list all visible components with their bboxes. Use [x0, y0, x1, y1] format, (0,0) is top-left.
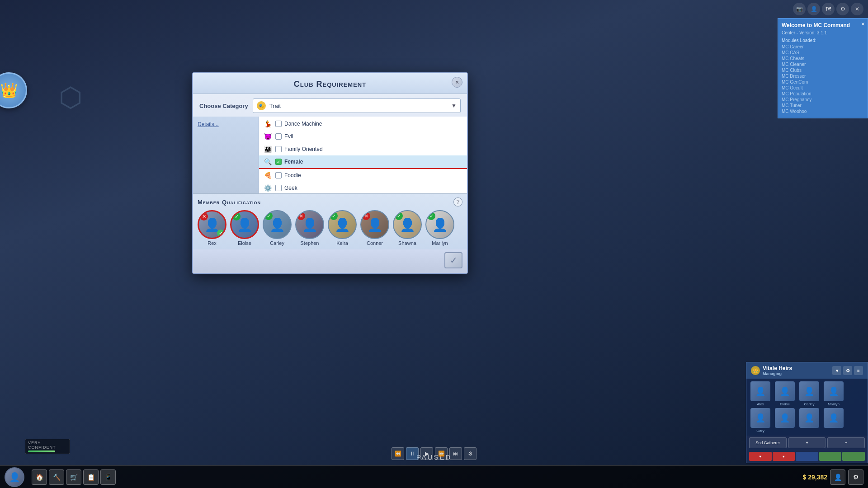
vitale-add-button-1[interactable]: +: [788, 437, 826, 448]
speed-button[interactable]: ⏭: [449, 447, 462, 460]
member-stephen-name: Stephen: [301, 240, 319, 246]
vitale-avatar-3[interactable]: 👤 Carley: [798, 381, 821, 406]
vitale-avatar-1-name: Alex: [757, 402, 764, 406]
vitale-avatar-6[interactable]: 👤: [774, 408, 796, 433]
mc-module-cleaner[interactable]: MC Cleaner: [782, 61, 864, 67]
bottom-sim-icon[interactable]: 👤: [830, 469, 845, 485]
vitale-avatar-2[interactable]: 👤 Eloise: [774, 381, 796, 406]
player-avatar[interactable]: 👤: [5, 467, 24, 487]
trait-dance-machine-icon: 💃: [263, 119, 273, 129]
vitale-header: 👑 Vitale Heirs Managing ▾ ⚙ ≡: [746, 362, 868, 379]
member-avatar-rex[interactable]: 👤 ✕ ✓ Rex: [198, 210, 226, 246]
trait-family-checkbox[interactable]: [275, 146, 282, 152]
vitale-avatar-4[interactable]: 👤 Marilyn: [822, 381, 845, 406]
mc-module-occult[interactable]: MC Occult: [782, 85, 864, 91]
rewind-button[interactable]: ⏪: [392, 447, 404, 460]
vitale-avatar-7[interactable]: 👤: [798, 408, 821, 433]
vitale-crown-icon: 👑: [751, 366, 760, 375]
vitale-avatar-6-img: 👤: [775, 408, 795, 428]
vitale-bar-green2[interactable]: [842, 452, 865, 461]
mc-module-woohoo[interactable]: MC Woohoo: [782, 108, 864, 114]
trait-dance-machine-checkbox[interactable]: [275, 121, 282, 127]
mc-module-tuner[interactable]: MC Tuner: [782, 103, 864, 108]
vitale-avatar-8[interactable]: 👤: [822, 408, 845, 433]
eloise-pass-icon: ✓: [232, 212, 241, 221]
top-icon-settings[interactable]: ⚙: [836, 3, 849, 15]
member-rex-portrait: 👤 ✕ ✓: [198, 210, 226, 239]
mc-module-cheats[interactable]: MC Cheats: [782, 56, 864, 61]
vitale-bar-red[interactable]: ♥: [749, 452, 772, 461]
category-dropdown[interactable]: 🎭 Trait ▼: [253, 99, 461, 113]
vitale-menu-button[interactable]: ≡: [854, 366, 863, 375]
mc-panel-subtitle: Center - Version: 3.1.1: [782, 30, 864, 35]
bottom-settings-icon[interactable]: ⚙: [848, 469, 863, 485]
vitale-gather-button[interactable]: Snd Gatherer: [749, 437, 787, 448]
trait-item-foodie[interactable]: 🍕 Foodie: [259, 169, 467, 182]
conner-fail-icon: ✕: [362, 212, 370, 220]
bottom-icon-phone[interactable]: 📱: [100, 469, 116, 485]
member-shawna-portrait: 👤 ✓: [393, 210, 422, 239]
trait-geek-label: Geek: [284, 185, 297, 191]
trait-item-family-oriented[interactable]: 👨‍👩‍👧 Family Oriented: [259, 143, 467, 155]
mc-module-career[interactable]: MC Career: [782, 44, 864, 50]
member-avatar-shawna[interactable]: 👤 ✓ Shawna: [393, 210, 422, 246]
trait-item-female[interactable]: 🔍 ✓ Female: [259, 155, 467, 169]
vitale-add-button-2[interactable]: +: [827, 437, 865, 448]
trait-evil-checkbox[interactable]: [275, 133, 282, 140]
shawna-pass-icon: ✓: [395, 212, 403, 220]
play-controls: ⏪ ⏸ ▶ ⏩ ⏭ ⚙: [392, 447, 476, 460]
rex-fail-icon: ✕: [200, 212, 208, 221]
confirm-button[interactable]: ✓: [444, 252, 462, 268]
mc-module-cas[interactable]: MC CAS: [782, 50, 864, 56]
mc-panel-close-button[interactable]: ×: [861, 20, 865, 28]
fast-forward-button[interactable]: ⏩: [435, 447, 448, 460]
member-avatar-eloise[interactable]: 👤 ✓ Eloise: [230, 210, 259, 246]
member-avatar-marilyn[interactable]: 👤 ✓ Marilyn: [425, 210, 454, 246]
details-link[interactable]: Details...: [198, 121, 254, 127]
top-icon-map[interactable]: 🗺: [822, 3, 835, 15]
trait-foodie-checkbox[interactable]: [275, 172, 282, 178]
mc-module-population[interactable]: MC Population: [782, 91, 864, 97]
member-avatar-conner[interactable]: 👤 ✕ Conner: [360, 210, 389, 246]
trait-female-label: Female: [284, 159, 303, 165]
vitale-dropdown-button[interactable]: ▾: [832, 366, 841, 375]
member-keira-name: Keira: [336, 240, 348, 246]
vitale-avatar-5[interactable]: 👤 Gary: [749, 408, 772, 433]
top-bar-icons: 📷 👤 🗺 ⚙ ✕: [788, 0, 868, 18]
options-button[interactable]: ⚙: [464, 447, 476, 460]
bottom-icon-skills[interactable]: 📋: [83, 469, 99, 485]
top-icon-profile[interactable]: 👤: [807, 3, 820, 15]
member-eloise-name: Eloise: [238, 240, 251, 246]
member-avatar-stephen[interactable]: 👤 ✕ Stephen: [295, 210, 324, 246]
modal-close-button[interactable]: ×: [452, 77, 462, 88]
pause-button[interactable]: ⏸: [406, 447, 419, 460]
vitale-bar-red2[interactable]: ♥: [773, 452, 795, 461]
mc-module-clubs[interactable]: MC Clubs: [782, 67, 864, 73]
vitale-bar-green[interactable]: [819, 452, 842, 461]
member-avatar-carley[interactable]: 👤 ✓ Carley: [263, 210, 292, 246]
category-label: Choose Category: [199, 103, 248, 109]
vitale-settings-button[interactable]: ⚙: [843, 366, 852, 375]
trait-item-dance-machine[interactable]: 💃 Dance Machine: [259, 117, 467, 130]
vitale-avatar-1[interactable]: 👤 Alex: [749, 381, 772, 406]
bottom-icon-home[interactable]: 🏠: [32, 469, 47, 485]
top-icon-camera[interactable]: 📷: [793, 3, 806, 15]
trait-item-geek[interactable]: ⚙️ Geek: [259, 182, 467, 193]
trait-item-evil[interactable]: 😈 Evil: [259, 130, 467, 143]
vitale-avatar-1-img: 👤: [750, 381, 770, 401]
member-carley-portrait: 👤 ✓: [263, 210, 292, 239]
vitale-bar-blue[interactable]: [796, 452, 818, 461]
bottom-icon-build[interactable]: 🔨: [49, 469, 64, 485]
mc-module-pregnancy[interactable]: MC Pregnancy: [782, 97, 864, 103]
mc-module-dresser[interactable]: MC Dresser: [782, 73, 864, 79]
stephen-fail-icon: ✕: [297, 212, 305, 220]
member-avatar-keira[interactable]: 👤 ✓ Keira: [328, 210, 357, 246]
trait-female-checkbox[interactable]: ✓: [275, 159, 282, 165]
modal-content: Details... 💃 Dance Machine 😈 Evil 👨‍👩‍👧 …: [193, 117, 467, 193]
top-icon-exit[interactable]: ✕: [851, 3, 863, 15]
mc-module-gencom[interactable]: MC GenCom: [782, 79, 864, 85]
bottom-icon-buy[interactable]: 🛒: [66, 469, 81, 485]
member-help-button[interactable]: ?: [453, 197, 462, 206]
play-button[interactable]: ▶: [420, 447, 433, 460]
trait-geek-checkbox[interactable]: [275, 185, 282, 191]
